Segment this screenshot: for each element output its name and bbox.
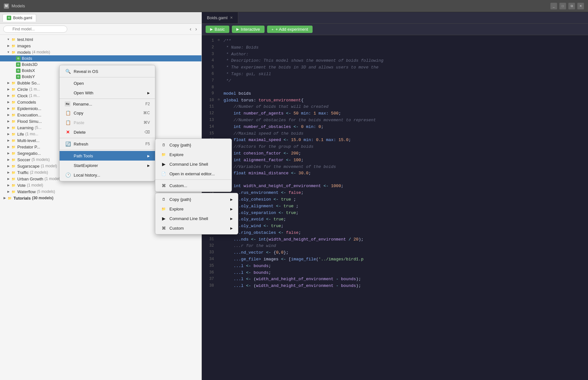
folder-icon-tutorials: 📁 — [7, 195, 12, 201]
expand-learning[interactable] — [6, 126, 10, 130]
expand-models[interactable] — [6, 50, 10, 54]
expand-vote[interactable] — [6, 183, 10, 187]
code-line-30: 30 ...ring_obstacles <- false; — [202, 230, 588, 236]
basic-btn[interactable]: ▶ Basic — [206, 26, 229, 33]
editor-tab-boids[interactable]: Boids.gaml ✕ — [202, 12, 238, 23]
menu-pathtools[interactable]: Path Tools ▶ — [60, 151, 155, 161]
boids-tab[interactable]: G Boids.gaml — [3, 14, 36, 22]
tree-item-images[interactable]: 📁 images — [0, 43, 201, 49]
restore-btn[interactable]: ⧉ — [568, 3, 575, 10]
menu-rename[interactable]: Re Rename... F2 — [60, 100, 155, 108]
expand-predatorp[interactable] — [6, 145, 10, 149]
code-line-5: 5 * The experiment the boids in 3D and a… — [202, 64, 588, 71]
menu-paste: 📋 Paste ⌘V — [60, 118, 155, 127]
tree-item-boids[interactable]: G Boids — [0, 55, 201, 61]
menu-startexplorer[interactable]: StartExplorer ▶ — [60, 161, 155, 170]
menu-sep-4 — [60, 150, 155, 150]
code-20: //Variables for the movement of the boid… — [224, 164, 336, 170]
sub1-copypath[interactable]: 🗒 Copy {path} — [155, 140, 232, 150]
code-line-8: 8 — [202, 84, 588, 91]
soccer-count: (5 models) — [31, 157, 50, 162]
expand-floodsimu[interactable] — [6, 119, 10, 123]
expand-bubbleso[interactable] — [6, 81, 10, 85]
sub1-cmdline-label: Command Line Shell — [169, 162, 208, 167]
expand-sugarscape[interactable] — [6, 164, 10, 168]
expand-circle[interactable] — [6, 87, 10, 91]
tree-item-models[interactable]: 📁 models (4 models) — [0, 49, 201, 55]
interactive-btn[interactable]: ▶ Interactive — [232, 26, 265, 33]
tree-label-floodsimu: Flood Simu... — [17, 119, 42, 124]
expand-clock[interactable] — [6, 94, 10, 98]
expand-soccer[interactable] — [6, 158, 10, 162]
sub1-openext[interactable]: 📄 Open in external editor... — [155, 169, 232, 178]
tree-label-boidsy: BoidsY — [22, 74, 35, 79]
sub2-cmdline[interactable]: ▶ Command Line Shell ▶ — [155, 214, 238, 223]
sub2-copypath-label: Copy {path} — [169, 197, 191, 202]
expand-segregatio[interactable] — [6, 151, 10, 155]
expand-life[interactable] — [6, 132, 10, 136]
search-input[interactable] — [3, 26, 67, 33]
window-controls[interactable]: _ □ ⧉ ✕ — [550, 3, 584, 10]
ln-9: 9 — [204, 91, 214, 97]
expand-testhtml[interactable] — [6, 37, 10, 41]
sub2-explore[interactable]: 📁 Explore ▶ — [155, 204, 238, 214]
folder-icon-urbangrowth: 📁 — [11, 176, 16, 181]
nav-forward-btn[interactable]: › — [194, 26, 198, 33]
expand-waterflow[interactable] — [6, 190, 10, 194]
code-area[interactable]: 1 ⊖ /** 2 * Name: Boids 3 * Author: 4 * … — [202, 35, 588, 380]
sub2-copypath-icon: 🗒 — [160, 196, 167, 202]
expand-comodels[interactable] — [6, 100, 10, 104]
tutorials-count: (30 models) — [32, 196, 53, 200]
code-31: ...nds <- int(width_and_height_of_enviro… — [224, 236, 363, 243]
editor-tab-close[interactable]: ✕ — [230, 16, 233, 20]
fold-10[interactable]: ⊖ — [218, 97, 222, 104]
menu-refresh[interactable]: 🔄 Refresh F5 — [60, 139, 155, 149]
menu-copy[interactable]: 📋 Copy ⌘C — [60, 108, 155, 118]
fold-3 — [218, 51, 222, 58]
tree-label-soccer: Soccer — [17, 157, 30, 162]
menu-delete[interactable]: ✕ Delete ⌫ — [60, 127, 155, 137]
code-line-25: 25 ...oly_cohesion <- true ; — [202, 196, 588, 203]
menu-localhistory[interactable]: 🕐 Local history... — [60, 170, 155, 180]
code-4: * Description: This model shows the move… — [224, 58, 383, 64]
menu-reveal[interactable]: 🔍 Reveal in OS — [60, 67, 155, 76]
expand-tutorials[interactable] — [3, 196, 6, 200]
interactive-btn-label: Interactive — [241, 27, 260, 32]
nav-buttons: ‹ › — [188, 26, 198, 33]
sub1-custom[interactable]: ⌘ Custom... — [155, 181, 232, 190]
tree-item-testhtml[interactable]: 📁 test.html — [0, 36, 201, 43]
fold-1[interactable]: ⊖ — [218, 38, 222, 44]
gfile-icon-boids3d: G — [16, 62, 20, 67]
sub2-custom[interactable]: ⌘ Custom ▶ — [155, 223, 238, 233]
fold-31 — [218, 236, 222, 243]
experiment-bar: ▶ Basic ▶ Interactive + + Add experiment — [202, 24, 588, 35]
sub1-cmdline[interactable]: ▶ Command Line Shell — [155, 159, 232, 169]
expand-urbangrowth[interactable] — [6, 177, 10, 181]
tree-label-comodels: Comodels — [17, 100, 36, 105]
copy-icon: 📋 — [65, 110, 71, 116]
folder-icon-images: 📁 — [11, 43, 16, 48]
menu-openwith-label: Open With — [74, 91, 93, 95]
basic-btn-label: Basic — [215, 27, 225, 32]
expand-traffic[interactable] — [6, 170, 10, 174]
close-btn[interactable]: ✕ — [577, 3, 584, 10]
expand-epidemio[interactable] — [6, 107, 10, 110]
fold-9 — [218, 91, 222, 97]
menu-openwith[interactable]: Open With ▶ — [60, 88, 155, 98]
minimize-btn[interactable]: _ — [550, 3, 557, 10]
expand-images[interactable] — [6, 44, 10, 48]
folder-icon-traffic: 📁 — [11, 170, 16, 175]
expand-evacuation[interactable] — [6, 113, 10, 117]
fold-36 — [218, 270, 222, 276]
ln-14: 14 — [204, 124, 214, 131]
expand-multilevel[interactable] — [6, 139, 10, 142]
menu-open[interactable]: Open — [60, 78, 155, 88]
nav-back-btn[interactable]: ‹ — [188, 26, 192, 33]
add-experiment-btn[interactable]: + + Add experiment — [267, 26, 313, 33]
sub2-copypath[interactable]: 🗒 Copy {path} ▶ — [155, 194, 238, 204]
ln-10: 10 — [204, 97, 214, 104]
menu-sep-1 — [60, 77, 155, 77]
maximize-btn[interactable]: □ — [559, 3, 566, 10]
sub1-explore[interactable]: 📁 Explore — [155, 150, 232, 159]
folder-icon-learning: 📁 — [11, 125, 16, 130]
